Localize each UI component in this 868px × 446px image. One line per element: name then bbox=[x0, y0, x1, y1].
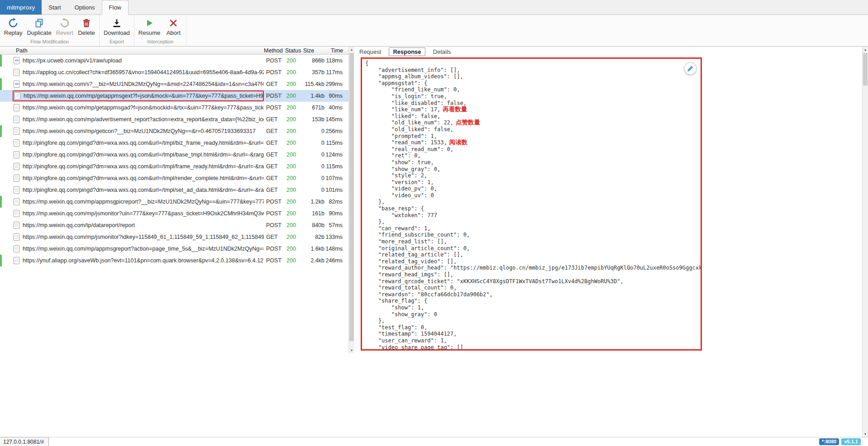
json-line: "show_gray": 0, bbox=[365, 166, 701, 173]
flow-method: POST bbox=[264, 243, 285, 255]
flow-row[interactable]: https://mp.weixin.qq.com/tp/datareport/r… bbox=[0, 219, 348, 231]
column-header-size[interactable]: Size bbox=[303, 47, 326, 54]
duplicate-button[interactable]: Duplicate bbox=[24, 17, 53, 37]
json-line: "video_uv": 0 bbox=[365, 192, 701, 199]
flow-time: 90ms bbox=[326, 208, 348, 219]
replay-label: Replay bbox=[4, 29, 22, 36]
flow-time: 107ms bbox=[326, 172, 348, 184]
flow-row[interactable]: https://mp.weixin.qq.com/mp/appmsgpicrep… bbox=[0, 196, 348, 208]
flow-row[interactable]: https://mp.weixin.qq.com/mp/jsmonitor?ui… bbox=[0, 208, 348, 219]
flow-row[interactable]: https://mp.weixin.qq.com/mp/advertisemen… bbox=[0, 114, 348, 125]
flow-path: https://mp.weixin.qq.com/mp/appmsgpicrep… bbox=[23, 199, 264, 205]
flow-status: 200 bbox=[285, 55, 303, 66]
resume-button[interactable]: Resume bbox=[136, 17, 162, 37]
json-line: "reward_total_count": 0, bbox=[365, 285, 701, 291]
flow-path: https://mp.weixin.qq.com/mp/getappmsgext… bbox=[24, 93, 263, 99]
main-tab-bar: mitmproxy Start Options Flow bbox=[0, 0, 868, 15]
flow-size: 866b bbox=[303, 55, 326, 66]
pencil-icon bbox=[687, 65, 694, 72]
column-header-path[interactable]: Path bbox=[0, 47, 264, 54]
json-line-text: "timestamp": 1594044127, bbox=[365, 331, 457, 337]
toolbar: Replay Duplicate Revert Delete Flow Modi… bbox=[0, 15, 868, 47]
json-line: "reward_head_imgs": [], bbox=[365, 271, 701, 278]
tab-flow[interactable]: Flow bbox=[102, 0, 129, 15]
scrollbar-thumb[interactable] bbox=[863, 53, 868, 85]
edit-response-button[interactable] bbox=[684, 62, 696, 75]
flow-row[interactable]: http://pingfore.qq.com/pingd?dm=wxa.wxs.… bbox=[0, 149, 348, 161]
abort-label: Abort bbox=[167, 29, 181, 36]
tab-response[interactable]: Response bbox=[389, 47, 425, 56]
flow-row[interactable]: http://pingfore.qq.com/pingd?dm=wxa.wxs.… bbox=[0, 184, 348, 196]
flow-path-cell: https://mp.weixin.qq.com/mp/appmsgreport… bbox=[13, 243, 264, 254]
tab-request[interactable]: Request bbox=[359, 48, 381, 55]
tab-mitmproxy[interactable]: mitmproxy bbox=[0, 0, 42, 14]
column-header-status[interactable]: Status bbox=[285, 47, 303, 54]
delete-button[interactable]: Delete bbox=[76, 17, 97, 37]
flow-status: 200 bbox=[285, 172, 303, 184]
flow-row[interactable]: http://pingfore.qq.com/pingd?dm=wxa.wxs.… bbox=[0, 161, 348, 172]
flow-method: GET bbox=[264, 161, 285, 172]
flow-row[interactable]: <> https://px.ucweb.com/api/v1/raw/uploa… bbox=[0, 55, 348, 66]
json-line-text: "like_num": 17, bbox=[365, 106, 440, 113]
flow-path-cell: https://mp.weixin.qq.com/mp/advertisemen… bbox=[13, 114, 264, 125]
flow-path-cell: https://mp.weixin.qq.com/mp/jsmonitor?id… bbox=[13, 232, 264, 242]
scroll-up-icon[interactable]: ▲ bbox=[349, 47, 354, 52]
replay-button[interactable]: Replay bbox=[2, 17, 24, 37]
json-line: "show": 1, bbox=[365, 304, 701, 311]
json-line-text: { bbox=[365, 60, 368, 66]
json-line-annotation: 阅读数 bbox=[449, 139, 468, 146]
flow-status: 200 bbox=[285, 66, 303, 78]
flow-row[interactable]: https://applog.uc.cn/collect?chk=df36595… bbox=[0, 66, 348, 78]
flow-row[interactable]: https://ynuf.aliapp.org/saveWb.json?evt=… bbox=[0, 255, 348, 266]
flow-method: GET bbox=[264, 149, 285, 161]
response-annotation-box: { "advertisement_info": [], "appmsg_albu… bbox=[361, 57, 702, 351]
column-header-method[interactable]: Method bbox=[264, 47, 285, 54]
flow-time: 145ms bbox=[326, 114, 348, 125]
scroll-down-icon[interactable]: ▼ bbox=[349, 347, 354, 353]
flow-row[interactable]: <> https://mp.weixin.qq.com/s?__biz=MzU1… bbox=[0, 78, 348, 90]
flow-path: http://pingfore.qq.com/pingd?dm=wxa.wxs.… bbox=[23, 140, 264, 146]
flow-row[interactable]: http://pingfore.qq.com/pingd?dm=wxa.wxs.… bbox=[0, 137, 348, 149]
flow-method: GET bbox=[264, 184, 285, 196]
abort-button[interactable]: Abort bbox=[162, 17, 184, 37]
json-line: { bbox=[365, 60, 701, 67]
download-button[interactable]: Download bbox=[101, 17, 132, 37]
json-line-text: "user_can_reward": 1, bbox=[365, 337, 447, 344]
json-line-text: "advertisement_info": [], bbox=[365, 67, 460, 73]
revert-button[interactable]: Revert bbox=[54, 17, 76, 37]
json-line: "related_tag_article": [], bbox=[365, 251, 701, 258]
flow-row[interactable]: https://mp.weixin.qq.com/mp/jsmonitor?id… bbox=[0, 231, 348, 243]
json-line-text: "reward_head_imgs": [], bbox=[365, 271, 453, 278]
json-line: "video_share_page_tag": [] bbox=[365, 344, 701, 349]
scrollbar-thumb[interactable] bbox=[349, 53, 354, 341]
flow-method: POST bbox=[264, 102, 285, 114]
flow-time: 40ms bbox=[326, 102, 348, 114]
flow-status: 200 bbox=[285, 219, 303, 231]
flow-row[interactable]: https://mp.weixin.qq.com/mp/getappmsgext… bbox=[0, 90, 348, 102]
flow-row[interactable]: http://pingfore.qq.com/pingd?dm=wxa.wxs.… bbox=[0, 172, 348, 184]
column-header-time[interactable]: Time bbox=[326, 47, 348, 54]
json-line: "ret": 0, bbox=[365, 152, 701, 159]
document-icon bbox=[14, 128, 19, 135]
flow-path-cell: <> https://mp.weixin.qq.com/s?__biz=MzU1… bbox=[13, 79, 264, 90]
document-icon bbox=[14, 69, 19, 76]
json-line-text: "video_pv": 0, bbox=[365, 185, 437, 192]
flow-size: 1.6kb bbox=[303, 243, 326, 255]
json-line-text: "liked": false, bbox=[365, 113, 440, 119]
tab-options[interactable]: Options bbox=[68, 0, 102, 14]
flow-row[interactable]: https://mp.weixin.qq.com/mp/appmsgreport… bbox=[0, 243, 348, 255]
delete-label: Delete bbox=[78, 29, 95, 36]
json-line: "reward_author_head": "https://mmbiz.qlo… bbox=[365, 265, 701, 271]
tab-details[interactable]: Details bbox=[433, 48, 451, 55]
flow-time: 101ms bbox=[326, 184, 348, 196]
scroll-down-icon[interactable]: ▼ bbox=[863, 431, 868, 437]
tab-start[interactable]: Start bbox=[42, 0, 67, 14]
document-icon bbox=[14, 139, 19, 147]
flow-row[interactable]: https://mp.weixin.qq.com/mp/getappmsgad?… bbox=[0, 102, 348, 114]
json-line: "timestamp": 1594044127, bbox=[365, 331, 701, 337]
json-line-text: "video_uv": 0 bbox=[365, 192, 434, 199]
scroll-up-icon[interactable]: ▲ bbox=[863, 47, 868, 52]
flow-method: POST bbox=[264, 255, 285, 266]
flow-row[interactable]: https://mp.weixin.qq.com/mp/geticon?__bi… bbox=[0, 125, 348, 137]
flow-status: 200 bbox=[285, 137, 303, 149]
